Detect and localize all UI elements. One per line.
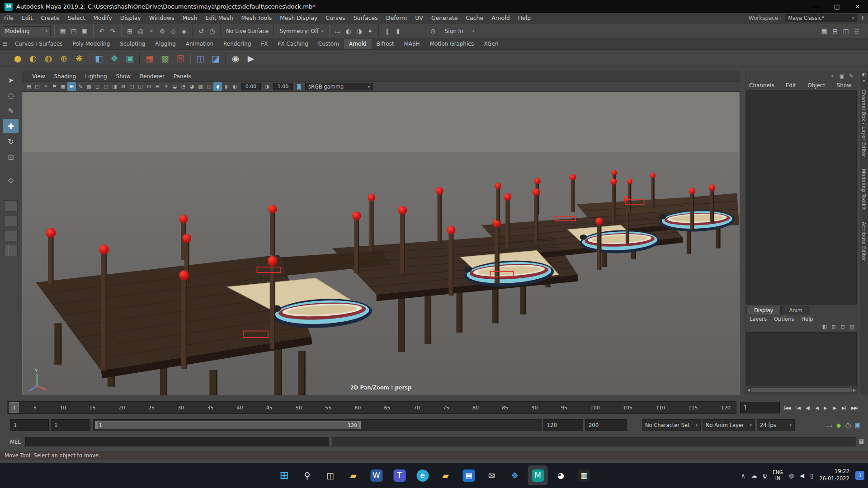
- taskbar-app-teams[interactable]: T: [390, 465, 410, 485]
- lock-icon[interactable]: ⚷: [860, 15, 864, 21]
- show-keyable-icon[interactable]: ⌖: [829, 72, 836, 80]
- toggle-tool-settings-icon[interactable]: ◫: [840, 26, 851, 37]
- panel-menu-item[interactable]: Panels: [169, 73, 196, 80]
- step-back-frame-icon[interactable]: |◀: [796, 404, 801, 412]
- shelf-tab[interactable]: Motion Graphics: [425, 39, 479, 49]
- workspace-select[interactable]: Maya Classic* ▾: [785, 14, 857, 22]
- arnold-render-sequence-icon[interactable]: ▶: [243, 51, 259, 66]
- camera-attributes-icon[interactable]: ⌖: [42, 82, 50, 91]
- safe-action-icon[interactable]: ◰: [127, 82, 136, 91]
- minimize-button[interactable]: —: [806, 0, 826, 13]
- playback-start-field[interactable]: 1: [51, 419, 90, 431]
- menu-item[interactable]: Surfaces: [349, 13, 382, 23]
- shelf-tab[interactable]: MASH: [399, 39, 425, 49]
- motion-blur-icon[interactable]: ◕: [188, 82, 196, 91]
- script-editor-icon[interactable]: ▦: [859, 437, 864, 444]
- shelf-tab[interactable]: FX Caching: [273, 39, 313, 49]
- taskbar-app-edge[interactable]: e: [413, 465, 433, 485]
- create-layer-from-selected-icon[interactable]: ⊟: [839, 323, 846, 330]
- menu-item[interactable]: Help: [514, 13, 535, 23]
- menu-item[interactable]: Create: [37, 13, 64, 23]
- layout-two-pane[interactable]: [4, 215, 18, 226]
- shelf-tab[interactable]: Arnold: [344, 39, 372, 49]
- gate-mask-icon[interactable]: ◨: [110, 82, 119, 91]
- panel-menu-item[interactable]: Shading: [49, 73, 80, 80]
- time-slider[interactable]: 5101520253035404550556065707580859095100…: [7, 401, 736, 414]
- taskbar-app-maya[interactable]: M: [528, 465, 548, 485]
- taskbar-app-mail[interactable]: ✉: [482, 465, 502, 485]
- panel-menu-item[interactable]: Show: [112, 73, 135, 80]
- ipr-render-icon[interactable]: ◑: [354, 26, 365, 37]
- menu-item[interactable]: Mesh: [179, 13, 202, 23]
- playback-end-field[interactable]: 120: [543, 419, 583, 431]
- panel-options-icon[interactable]: ▾: [863, 79, 865, 83]
- shelf-tab[interactable]: Bifrost: [372, 39, 399, 49]
- shelf-tab[interactable]: XGen: [479, 39, 504, 49]
- exposure-toggle-icon[interactable]: ◖: [213, 82, 222, 91]
- lighting-toggle-icon[interactable]: ✶: [162, 82, 170, 91]
- maximize-button[interactable]: ◱: [826, 0, 847, 13]
- grease-pencil-icon[interactable]: ✎: [76, 82, 85, 91]
- bookmark-view-icon[interactable]: ⚑: [50, 82, 59, 91]
- ai-standard-surface-icon[interactable]: ●: [10, 51, 25, 66]
- menu-set-select[interactable]: Modeling ▾: [2, 26, 51, 36]
- open-scene-icon[interactable]: ◳: [68, 26, 79, 37]
- menu-item[interactable]: Deform: [382, 13, 411, 23]
- shelf-tab[interactable]: Rigging: [150, 39, 180, 49]
- channel-box-menu-item[interactable]: Channels: [749, 82, 774, 89]
- ambient-occlusion-icon[interactable]: ◔: [179, 82, 188, 91]
- layout-four-pane[interactable]: [4, 230, 18, 241]
- rotate-tool-icon[interactable]: ↻: [3, 134, 19, 149]
- render-setup-toggle-icon[interactable]: ▣: [855, 422, 861, 429]
- toggle-modeling-toolkit-icon[interactable]: ▦: [819, 26, 830, 37]
- ai-wireframe-sphere-icon[interactable]: ◍: [41, 51, 56, 66]
- playback-options-icon[interactable]: ▭: [826, 422, 832, 429]
- dock-panel-icon[interactable]: ◧: [862, 72, 866, 77]
- taskbar-app-task-view[interactable]: ◫: [321, 465, 340, 485]
- menu-item[interactable]: Mesh Display: [276, 13, 321, 23]
- step-forward-key-icon[interactable]: |▶: [832, 404, 837, 412]
- play-backwards-icon[interactable]: ◀: [815, 404, 818, 412]
- notification-badge[interactable]: 3: [855, 471, 864, 480]
- animation-start-field[interactable]: 1: [10, 419, 49, 431]
- layout-outliner-persp[interactable]: [4, 245, 18, 256]
- battery-icon[interactable]: ▯: [810, 472, 813, 479]
- taskbar-app-obs[interactable]: ◕: [551, 465, 571, 485]
- view-transform-select[interactable]: sRGB gamma ▾: [305, 83, 373, 90]
- character-set-select[interactable]: No Character Set ▾: [642, 419, 701, 431]
- layer-list[interactable]: [746, 332, 857, 386]
- resolution-gate-icon[interactable]: ◱: [102, 82, 110, 91]
- shelf-menu-icon[interactable]: ☰: [0, 41, 10, 47]
- clock[interactable]: 19:22 26-01-2022: [819, 468, 849, 482]
- menu-item[interactable]: Modify: [89, 13, 116, 23]
- select-camera-icon[interactable]: ▤: [24, 82, 33, 91]
- layout-single-pane[interactable]: [4, 200, 18, 211]
- taskbar-app-word[interactable]: W: [367, 465, 387, 485]
- shelf-tab[interactable]: Rendering: [218, 39, 256, 49]
- command-line-mode[interactable]: MEL: [10, 436, 21, 447]
- sidebar-tab[interactable]: Attribute Editor: [861, 222, 867, 261]
- command-line-input[interactable]: [25, 437, 329, 446]
- render-current-frame-icon[interactable]: ◐: [343, 26, 354, 37]
- edit-channels-icon[interactable]: ✎: [848, 72, 855, 80]
- shelf-tab[interactable]: Animation: [181, 39, 218, 49]
- cached-playback-icon[interactable]: ◷: [207, 26, 217, 37]
- xray-mode-icon[interactable]: ◫: [205, 82, 213, 91]
- close-button[interactable]: ✕: [847, 0, 868, 13]
- symmetry-select[interactable]: Symmetry: Off ▾: [276, 28, 327, 34]
- move-tool-icon[interactable]: ✚: [3, 119, 19, 133]
- color-management-icon[interactable]: ◙: [295, 82, 303, 91]
- play-forwards-icon[interactable]: ▶: [823, 404, 827, 412]
- step-forward-frame-icon[interactable]: ▶|: [841, 404, 846, 412]
- ai-image-checker-icon[interactable]: ▦: [142, 51, 157, 66]
- ai-noise-checker-icon[interactable]: ▩: [157, 51, 173, 66]
- viewport-3d[interactable]: y 2D Pan/Zoom : persp: [22, 92, 740, 395]
- onedrive-cloud-icon[interactable]: ☁: [751, 472, 757, 479]
- construction-history-icon[interactable]: ↺: [196, 26, 207, 37]
- toggle-attribute-editor-icon[interactable]: ⊟: [830, 26, 840, 37]
- 2d-pan-zoom-icon[interactable]: ⊞: [67, 82, 76, 91]
- shelf-tab[interactable]: Custom: [313, 39, 344, 49]
- sign-in-control[interactable]: ⊙ Sign In ▾: [423, 26, 479, 37]
- pin-panel-icon[interactable]: ▣: [838, 72, 845, 80]
- playhead[interactable]: 1: [9, 402, 19, 413]
